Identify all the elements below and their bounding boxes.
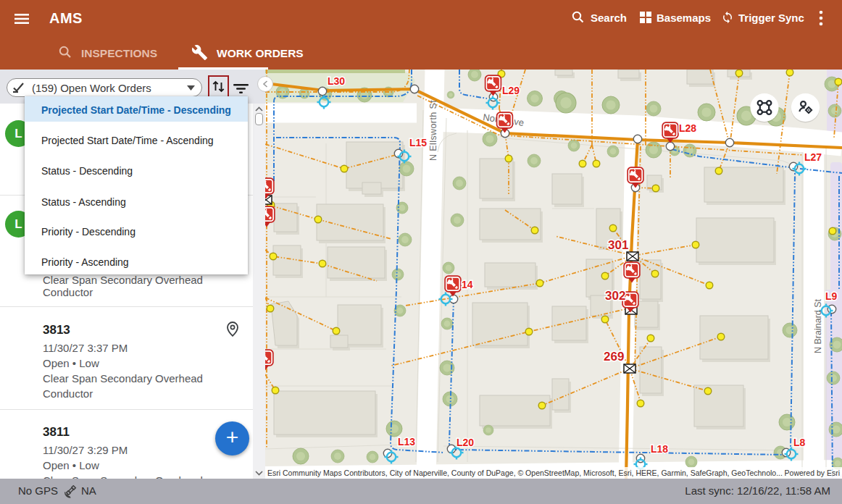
svg-text:L15: L15: [409, 137, 427, 148]
svg-text:L20: L20: [457, 437, 474, 448]
svg-text:L13: L13: [398, 436, 415, 448]
svg-text:302: 302: [605, 289, 625, 303]
svg-text:L9: L9: [825, 290, 838, 302]
svg-text:N Brainard St: N Brainard St: [813, 298, 823, 353]
svg-text:L29: L29: [502, 85, 520, 96]
svg-text:N Ellsworth St: N Ellsworth St: [428, 100, 438, 161]
svg-text:L8: L8: [793, 437, 806, 448]
svg-text:L18: L18: [651, 443, 668, 455]
svg-text:301: 301: [608, 238, 628, 252]
svg-text:14: 14: [462, 279, 473, 290]
svg-text:269: 269: [604, 350, 624, 364]
svg-text:L27: L27: [804, 151, 822, 163]
svg-text:L28: L28: [679, 122, 696, 134]
svg-text:L30: L30: [328, 75, 345, 87]
